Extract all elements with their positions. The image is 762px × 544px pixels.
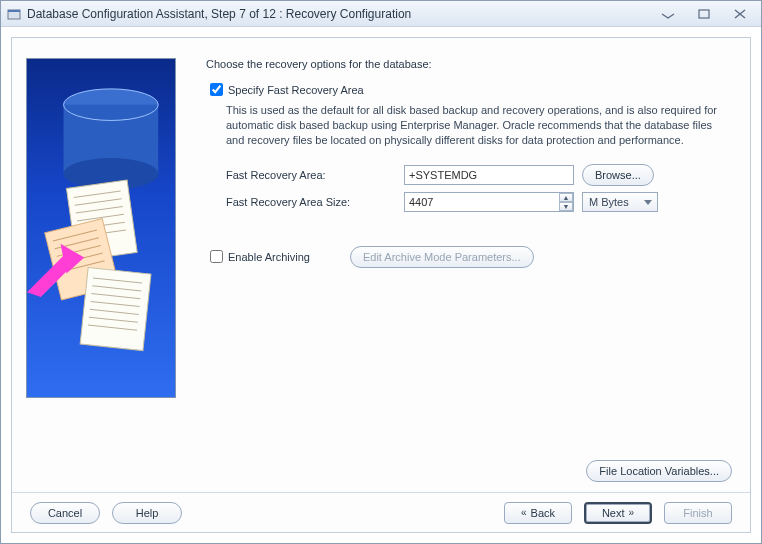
- chevron-right-icon: »: [629, 507, 635, 518]
- edit-archive-button: Edit Archive Mode Parameters...: [350, 246, 534, 268]
- bottom-bar: Cancel Help « Back Next » Finish: [12, 492, 750, 532]
- fra-size-up-button[interactable]: ▲: [559, 193, 573, 202]
- titlebar: Database Configuration Assistant, Step 7…: [1, 1, 761, 27]
- next-button[interactable]: Next »: [584, 502, 652, 524]
- enable-archiving-label: Enable Archiving: [228, 251, 310, 263]
- enable-archiving-checkbox[interactable]: [210, 250, 223, 263]
- svg-rect-2: [699, 10, 709, 18]
- archiving-row: Enable Archiving Edit Archive Mode Param…: [206, 246, 730, 268]
- maximize-icon[interactable]: [695, 7, 713, 21]
- fra-size-unit-select[interactable]: M Bytes: [582, 192, 658, 212]
- chevron-left-icon: «: [521, 507, 527, 518]
- specify-fra-checkbox[interactable]: [210, 83, 223, 96]
- finish-button: Finish: [664, 502, 732, 524]
- fra-input[interactable]: [404, 165, 574, 185]
- browse-button[interactable]: Browse...: [582, 164, 654, 186]
- minimize-icon[interactable]: [659, 7, 677, 21]
- close-icon[interactable]: [731, 7, 749, 21]
- fra-row: Fast Recovery Area: Browse...: [226, 164, 730, 186]
- content-frame: Choose the recovery options for the data…: [11, 37, 751, 533]
- svg-rect-1: [8, 10, 20, 12]
- wizard-side-image: [26, 58, 176, 398]
- back-label: Back: [531, 507, 555, 519]
- window-controls: [659, 7, 749, 21]
- fra-size-label: Fast Recovery Area Size:: [226, 196, 396, 208]
- app-icon: [7, 7, 21, 21]
- fra-size-unit-value: M Bytes: [589, 196, 629, 208]
- main-row: Choose the recovery options for the data…: [12, 38, 750, 454]
- fra-description: This is used as the default for all disk…: [226, 103, 730, 148]
- cancel-button[interactable]: Cancel: [30, 502, 100, 524]
- fra-size-row: Fast Recovery Area Size: ▲ ▼ M Bytes: [226, 192, 730, 212]
- help-button[interactable]: Help: [112, 502, 182, 524]
- file-location-row: File Location Variables...: [12, 454, 750, 492]
- window-title: Database Configuration Assistant, Step 7…: [27, 7, 659, 21]
- window-frame: Database Configuration Assistant, Step 7…: [0, 0, 762, 544]
- next-label: Next: [602, 507, 625, 519]
- fra-size-input[interactable]: [404, 192, 574, 212]
- specify-fra-label: Specify Fast Recovery Area: [228, 84, 364, 96]
- specify-fra-checkbox-row[interactable]: Specify Fast Recovery Area: [206, 80, 730, 99]
- heading: Choose the recovery options for the data…: [206, 58, 730, 70]
- fra-label: Fast Recovery Area:: [226, 169, 396, 181]
- fra-size-down-button[interactable]: ▼: [559, 202, 573, 211]
- file-location-variables-button[interactable]: File Location Variables...: [586, 460, 732, 482]
- right-pane: Choose the recovery options for the data…: [186, 38, 750, 454]
- content-outer: Choose the recovery options for the data…: [1, 27, 761, 543]
- fra-size-spinner: ▲ ▼: [404, 192, 574, 212]
- enable-archiving-checkbox-row[interactable]: Enable Archiving: [206, 247, 310, 266]
- back-button[interactable]: « Back: [504, 502, 572, 524]
